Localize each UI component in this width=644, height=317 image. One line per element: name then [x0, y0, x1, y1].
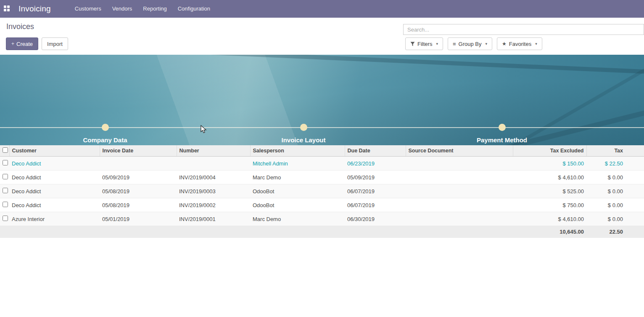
cell-customer[interactable]: Deco Addict [9, 198, 100, 212]
cell-tax[interactable]: $ 0.00 [586, 212, 644, 226]
table-row[interactable]: Azure Interior 05/01/2019 INV/2019/0001 … [0, 212, 644, 226]
column-header-due-date[interactable]: Due Date [345, 145, 406, 157]
caret-down-icon: ▾ [535, 42, 537, 46]
cell-source-document[interactable] [406, 198, 513, 212]
totals-empty-cell [250, 226, 345, 238]
totals-empty-cell [345, 226, 406, 238]
column-header-tax-excluded[interactable]: Tax Excluded [513, 145, 586, 157]
onboarding-step-company-data: Company Data Set your company's data for… [42, 136, 168, 145]
caret-down-icon: ▾ [485, 42, 487, 46]
onboarding-banner: Company Data Set your company's data for… [0, 55, 644, 145]
filter-funnel-icon [410, 42, 415, 46]
app-title[interactable]: Invoicing [18, 4, 51, 13]
cell-number[interactable]: INV/2019/0004 [177, 170, 250, 184]
row-checkbox-cell [0, 212, 9, 226]
cell-number[interactable]: INV/2019/0003 [177, 184, 250, 198]
row-checkbox[interactable] [3, 202, 8, 207]
row-checkbox[interactable] [3, 174, 8, 179]
cell-due-date[interactable]: 06/07/2019 [345, 198, 406, 212]
column-header-salesperson[interactable]: Salesperson [250, 145, 345, 157]
nav-item-vendors[interactable]: Vendors [107, 0, 138, 18]
cell-salesperson[interactable]: Mitchell Admin [250, 157, 345, 170]
invoicing-app-screen: Invoicing Customers Vendors Reporting Co… [0, 0, 644, 317]
select-all-checkbox[interactable] [3, 147, 8, 153]
onboarding-step-title: Invoice Layout [240, 136, 367, 144]
import-button[interactable]: Import [42, 37, 68, 50]
favorites-button-label: Favorites [509, 41, 531, 47]
cell-due-date[interactable]: 06/23/2019 [345, 157, 406, 170]
table-row[interactable]: Deco Addict Mitchell Admin 06/23/2019 $ … [0, 157, 644, 170]
row-checkbox[interactable] [3, 160, 8, 165]
cell-tax-excluded[interactable]: $ 750.00 [513, 198, 586, 212]
table-row[interactable]: Deco Addict 05/08/2019 INV/2019/0002 Odo… [0, 198, 644, 212]
filters-button[interactable]: Filters ▾ [405, 37, 443, 50]
favorites-button[interactable]: ★ Favorites ▾ [497, 37, 542, 50]
column-header-source-document[interactable]: Source Document [406, 145, 513, 157]
create-button[interactable]: + Create [6, 37, 38, 50]
cell-customer[interactable]: Azure Interior [9, 212, 100, 226]
onboarding-step-dot [499, 124, 506, 131]
cell-invoice-date[interactable]: 05/08/2019 [100, 198, 177, 212]
cell-number[interactable]: INV/2019/0002 [177, 198, 250, 212]
cell-tax-excluded[interactable]: $ 4,610.00 [513, 212, 586, 226]
cell-customer[interactable]: Deco Addict [9, 170, 100, 184]
column-header-tax[interactable]: Tax [586, 145, 644, 157]
cell-invoice-date[interactable]: 05/08/2019 [100, 184, 177, 198]
nav-item-configuration[interactable]: Configuration [172, 0, 216, 18]
cell-salesperson[interactable]: Marc Demo [250, 212, 345, 226]
nav-item-customers[interactable]: Customers [69, 0, 107, 18]
onboarding-step-invoice-layout: Invoice Layout Customize the look of you… [240, 136, 367, 145]
onboarding-step-payment-method: Payment Method Configure your payment me… [439, 136, 565, 145]
table-header-row: Customer Invoice Date Number Salesperson… [0, 145, 644, 157]
action-buttons: + Create Import [6, 37, 68, 50]
top-navbar: Invoicing Customers Vendors Reporting Co… [0, 0, 644, 18]
cell-due-date[interactable]: 05/09/2019 [345, 170, 406, 184]
filters-button-label: Filters [417, 41, 432, 47]
cell-customer[interactable]: Deco Addict [9, 184, 100, 198]
search-filter-bar: Filters ▾ ≡ Group By ▾ ★ Favorites ▾ [405, 37, 542, 50]
apps-grid-icon[interactable] [4, 5, 11, 12]
totals-empty-cell [9, 226, 100, 238]
cell-due-date[interactable]: 06/07/2019 [345, 184, 406, 198]
cell-tax[interactable]: $ 0.00 [586, 170, 644, 184]
table-row[interactable]: Deco Addict 05/09/2019 INV/2019/0004 Mar… [0, 170, 644, 184]
cell-invoice-date[interactable]: 05/09/2019 [100, 170, 177, 184]
table-row[interactable]: Deco Addict 05/08/2019 INV/2019/0003 Odo… [0, 184, 644, 198]
cell-tax[interactable]: $ 0.00 [586, 184, 644, 198]
row-checkbox-cell [0, 157, 9, 170]
cell-invoice-date[interactable] [100, 157, 177, 170]
cell-number[interactable]: INV/2019/0001 [177, 212, 250, 226]
cell-salesperson[interactable]: OdooBot [250, 198, 345, 212]
cell-source-document[interactable] [406, 157, 513, 170]
column-header-invoice-date[interactable]: Invoice Date [100, 145, 177, 157]
cell-salesperson[interactable]: OdooBot [250, 184, 345, 198]
onboarding-step-dot [102, 124, 109, 131]
cell-source-document[interactable] [406, 170, 513, 184]
cell-tax[interactable]: $ 0.00 [586, 198, 644, 212]
row-checkbox-cell [0, 170, 9, 184]
cell-due-date[interactable]: 06/30/2019 [345, 212, 406, 226]
cell-customer[interactable]: Deco Addict [9, 157, 100, 170]
row-checkbox[interactable] [3, 188, 8, 193]
cell-tax-excluded[interactable]: $ 150.00 [513, 157, 586, 170]
onboarding-step-dot [300, 124, 307, 131]
invoices-table: Customer Invoice Date Number Salesperson… [0, 145, 644, 238]
group-by-button[interactable]: ≡ Group By ▾ [448, 37, 492, 50]
onboarding-timeline [0, 127, 644, 128]
cell-tax[interactable]: $ 22.50 [586, 157, 644, 170]
cell-source-document[interactable] [406, 184, 513, 198]
cell-tax-excluded[interactable]: $ 4,610.00 [513, 170, 586, 184]
cell-number[interactable] [177, 157, 250, 170]
nav-item-reporting[interactable]: Reporting [137, 0, 172, 18]
apps-grid-square [4, 9, 6, 11]
search-input[interactable] [403, 24, 644, 35]
column-header-customer[interactable]: Customer [9, 145, 100, 157]
cell-source-document[interactable] [406, 212, 513, 226]
caret-down-icon: ▾ [436, 42, 438, 46]
cell-tax-excluded[interactable]: $ 525.00 [513, 184, 586, 198]
cell-salesperson[interactable]: Marc Demo [250, 170, 345, 184]
row-checkbox-cell [0, 184, 9, 198]
column-header-number[interactable]: Number [177, 145, 250, 157]
row-checkbox[interactable] [3, 216, 8, 221]
cell-invoice-date[interactable]: 05/01/2019 [100, 212, 177, 226]
